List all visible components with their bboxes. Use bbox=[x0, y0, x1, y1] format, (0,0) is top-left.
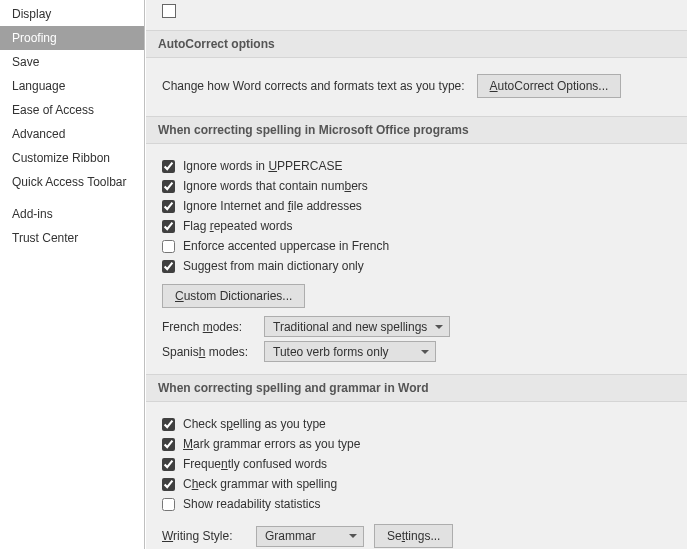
section-spelling-word-body: Check spelling as you type Mark grammar … bbox=[146, 402, 687, 549]
check-flag-repeated[interactable] bbox=[162, 220, 175, 233]
custom-dictionaries-button[interactable]: Custom Dictionaries... bbox=[162, 284, 305, 308]
check-mark-grammar[interactable] bbox=[162, 438, 175, 451]
sidebar-item-language[interactable]: Language bbox=[0, 74, 144, 98]
check-ignore-numbers-label: Ignore words that contain numbers bbox=[183, 179, 368, 193]
section-spelling-word-header: When correcting spelling and grammar in … bbox=[146, 374, 687, 402]
sidebar-item-quick-access-toolbar[interactable]: Quick Access Toolbar bbox=[0, 170, 144, 194]
autocorrect-desc: Change how Word corrects and formats tex… bbox=[162, 79, 465, 93]
writing-style-dropdown[interactable]: Grammar bbox=[256, 526, 364, 547]
check-spelling-as-type-label: Check spelling as you type bbox=[183, 417, 326, 431]
check-ignore-uppercase-label: Ignore words in UPPERCASE bbox=[183, 159, 342, 173]
sidebar-item-ease-of-access[interactable]: Ease of Access bbox=[0, 98, 144, 122]
sidebar: Display Proofing Save Language Ease of A… bbox=[0, 0, 145, 549]
check-ignore-numbers[interactable] bbox=[162, 180, 175, 193]
section-spelling-office-header: When correcting spelling in Microsoft Of… bbox=[146, 116, 687, 144]
spanish-modes-dropdown[interactable]: Tuteo verb forms only bbox=[264, 341, 436, 362]
writing-style-label: Writing Style: bbox=[162, 529, 246, 543]
check-main-dictionary-label: Suggest from main dictionary only bbox=[183, 259, 364, 273]
check-spelling-as-type[interactable] bbox=[162, 418, 175, 431]
french-modes-label: French modes: bbox=[162, 320, 254, 334]
writing-style-value: Grammar bbox=[265, 529, 316, 543]
sidebar-item-display[interactable]: Display bbox=[0, 2, 144, 26]
section-autocorrect-body: Change how Word corrects and formats tex… bbox=[146, 58, 687, 108]
main-panel: AutoCorrect options Change how Word corr… bbox=[145, 0, 687, 549]
french-modes-value: Traditional and new spellings bbox=[273, 320, 427, 334]
check-grammar-with-spelling-label: Check grammar with spelling bbox=[183, 477, 337, 491]
sidebar-item-add-ins[interactable]: Add-ins bbox=[0, 202, 144, 226]
check-frequently-confused[interactable] bbox=[162, 458, 175, 471]
check-flag-repeated-label: Flag repeated words bbox=[183, 219, 292, 233]
check-readability-label: Show readability statistics bbox=[183, 497, 320, 511]
settings-button[interactable]: Settings... bbox=[374, 524, 453, 548]
check-enforce-french[interactable] bbox=[162, 240, 175, 253]
check-enforce-french-label: Enforce accented uppercase in French bbox=[183, 239, 389, 253]
partial-icon bbox=[162, 4, 176, 18]
autocorrect-options-button[interactable]: AutoCorrect Options... bbox=[477, 74, 622, 98]
check-ignore-internet[interactable] bbox=[162, 200, 175, 213]
sidebar-item-advanced[interactable]: Advanced bbox=[0, 122, 144, 146]
spanish-modes-label: Spanish modes: bbox=[162, 345, 254, 359]
check-mark-grammar-label: Mark grammar errors as you type bbox=[183, 437, 360, 451]
check-frequently-confused-label: Frequently confused words bbox=[183, 457, 327, 471]
sidebar-item-customize-ribbon[interactable]: Customize Ribbon bbox=[0, 146, 144, 170]
check-main-dictionary[interactable] bbox=[162, 260, 175, 273]
sidebar-item-save[interactable]: Save bbox=[0, 50, 144, 74]
sidebar-item-trust-center[interactable]: Trust Center bbox=[0, 226, 144, 250]
sidebar-item-proofing[interactable]: Proofing bbox=[0, 26, 144, 50]
french-modes-dropdown[interactable]: Traditional and new spellings bbox=[264, 316, 450, 337]
check-grammar-with-spelling[interactable] bbox=[162, 478, 175, 491]
check-ignore-uppercase[interactable] bbox=[162, 160, 175, 173]
top-partial-row bbox=[146, 0, 687, 22]
check-ignore-internet-label: Ignore Internet and file addresses bbox=[183, 199, 362, 213]
check-readability[interactable] bbox=[162, 498, 175, 511]
section-spelling-office-body: Ignore words in UPPERCASE Ignore words t… bbox=[146, 144, 687, 366]
section-autocorrect-header: AutoCorrect options bbox=[146, 30, 687, 58]
spanish-modes-value: Tuteo verb forms only bbox=[273, 345, 389, 359]
